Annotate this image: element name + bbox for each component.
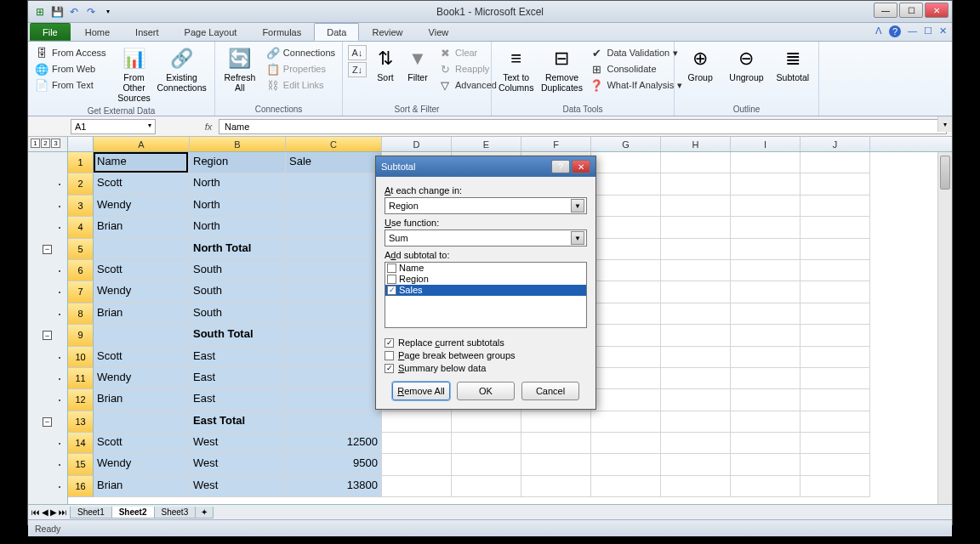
cancel-button[interactable]: Cancel — [521, 382, 579, 400]
refresh-all-button[interactable]: 🔄Refresh All — [220, 45, 259, 94]
row-header[interactable]: 5 — [68, 239, 94, 260]
cell[interactable] — [591, 303, 661, 325]
outline-level-1[interactable]: 1 — [31, 139, 40, 148]
sort-button[interactable]: ⇅Sort — [372, 45, 399, 84]
cell[interactable] — [731, 454, 801, 475]
cell[interactable] — [452, 476, 521, 497]
cell[interactable]: West — [190, 476, 286, 497]
dialog-titlebar[interactable]: Subtotal ? ✕ — [376, 156, 595, 177]
cell[interactable] — [801, 281, 870, 303]
cell[interactable] — [452, 433, 521, 454]
cell[interactable] — [591, 389, 661, 411]
list-item-sales[interactable]: ✓Sales — [385, 285, 586, 296]
cell[interactable] — [661, 411, 731, 433]
cell[interactable] — [731, 196, 801, 217]
tab-page-layout[interactable]: Page Layout — [172, 23, 250, 41]
cell[interactable] — [661, 347, 731, 368]
row-header[interactable]: 6 — [68, 260, 94, 281]
use-function-combo[interactable]: Sum▼ — [385, 230, 587, 246]
cell[interactable] — [591, 476, 661, 497]
data-validation-button[interactable]: ✔Data Validation ▾ — [588, 45, 684, 60]
cell[interactable] — [286, 325, 382, 346]
minimize-button[interactable]: — — [874, 3, 897, 18]
checkbox-unchecked-icon[interactable] — [385, 351, 394, 360]
cell[interactable]: North — [190, 173, 286, 195]
cell[interactable] — [661, 389, 731, 411]
sheet-nav-last-icon[interactable]: ⏭ — [59, 507, 67, 517]
checkbox-checked-icon[interactable]: ✓ — [387, 286, 396, 295]
cell[interactable] — [591, 281, 661, 303]
cell[interactable] — [661, 217, 731, 238]
checkbox-checked-icon[interactable]: ✓ — [385, 364, 394, 373]
cell[interactable] — [801, 411, 870, 433]
help-icon[interactable]: ? — [889, 26, 901, 37]
cell[interactable] — [521, 454, 591, 475]
checkbox-unchecked-icon[interactable] — [387, 264, 396, 273]
col-header-i[interactable]: I — [731, 137, 801, 151]
row-header[interactable]: 15 — [68, 454, 94, 475]
doc-minimize-button[interactable]: — — [908, 26, 917, 37]
cell[interactable] — [591, 347, 661, 368]
cell[interactable] — [801, 152, 870, 173]
cell[interactable]: East Total — [190, 411, 286, 433]
cell[interactable]: Brian — [94, 389, 190, 411]
tab-file[interactable]: File — [30, 23, 71, 41]
replace-checkbox-row[interactable]: ✓Replace current subtotals — [385, 337, 587, 348]
cell[interactable]: Scott — [94, 347, 190, 368]
outline-level-3[interactable]: 3 — [51, 139, 60, 148]
cell[interactable] — [382, 433, 452, 454]
col-header-g[interactable]: G — [591, 137, 661, 151]
sheet-tab-1[interactable]: Sheet1 — [70, 507, 112, 518]
cell[interactable] — [382, 454, 452, 475]
doc-close-button[interactable]: ✕ — [939, 26, 947, 37]
cell[interactable] — [94, 411, 190, 433]
cell[interactable]: West — [190, 433, 286, 454]
consolidate-button[interactable]: ⊞Consolidate — [588, 61, 684, 76]
dialog-close-button[interactable]: ✕ — [572, 160, 590, 173]
row-header[interactable]: 13 — [68, 411, 94, 433]
cell[interactable] — [591, 368, 661, 389]
cell[interactable]: Region — [190, 152, 286, 173]
checkbox-checked-icon[interactable]: ✓ — [385, 338, 394, 348]
save-icon[interactable]: 💾 — [50, 5, 64, 19]
cell[interactable] — [286, 411, 382, 433]
ok-button[interactable]: OK — [457, 382, 515, 400]
whatif-button[interactable]: ❓What-If Analysis ▾ — [588, 77, 684, 93]
cell[interactable]: 9500 — [286, 454, 382, 475]
from-other-sources-button[interactable]: 📊From Other Sources — [113, 45, 156, 105]
cell[interactable] — [591, 325, 661, 346]
sort-asc-button[interactable]: A↓ — [348, 45, 367, 60]
collapse-button[interactable]: − — [43, 331, 52, 340]
from-web-button[interactable]: 🌐From Web — [33, 61, 108, 76]
cell[interactable] — [801, 303, 870, 325]
cell[interactable] — [591, 196, 661, 217]
cell[interactable] — [661, 239, 731, 260]
tab-insert[interactable]: Insert — [122, 23, 172, 41]
remove-duplicates-button[interactable]: ⊟Remove Duplicates — [540, 45, 583, 94]
cell[interactable]: Wendy — [94, 454, 190, 475]
cell[interactable] — [591, 260, 661, 281]
existing-connections-button[interactable]: 🔗Existing Connections — [161, 45, 203, 94]
cell[interactable]: East — [190, 389, 286, 411]
cell[interactable] — [731, 389, 801, 411]
combo-dropdown-icon[interactable]: ▼ — [571, 199, 584, 212]
tab-formulas[interactable]: Formulas — [249, 23, 314, 41]
from-text-button[interactable]: 📄From Text — [33, 77, 108, 93]
cell[interactable] — [801, 217, 870, 238]
cell[interactable] — [591, 173, 661, 195]
cell[interactable] — [661, 454, 731, 475]
cell[interactable] — [452, 411, 521, 433]
col-header-j[interactable]: J — [801, 137, 870, 151]
cell[interactable] — [801, 196, 870, 217]
group-button[interactable]: ⊕Group — [680, 45, 721, 84]
cell[interactable]: North — [190, 217, 286, 238]
sheet-nav-prev-icon[interactable]: ◀ — [42, 507, 48, 517]
fx-icon[interactable]: fx — [198, 122, 219, 132]
col-header-f[interactable]: F — [521, 137, 591, 151]
cell[interactable] — [94, 239, 190, 260]
cell[interactable]: North — [190, 196, 286, 217]
cell[interactable] — [286, 347, 382, 368]
col-header-h[interactable]: H — [661, 137, 731, 151]
list-item-region[interactable]: Region — [385, 274, 586, 285]
formula-expand-icon[interactable]: ▾ — [937, 116, 952, 132]
